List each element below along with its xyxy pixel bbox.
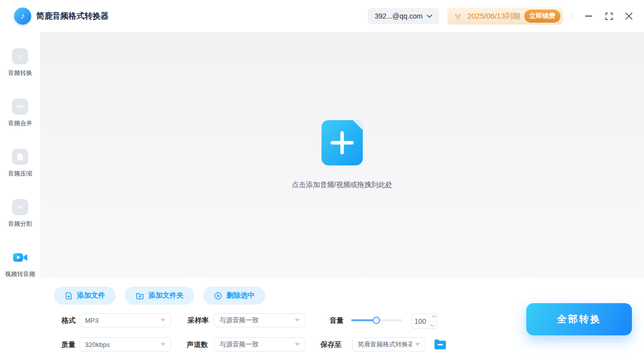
format-select[interactable]: MP3 [79, 313, 171, 327]
sidebar-item-audio-convert[interactable]: ♪ 音频转换 [0, 48, 40, 77]
sample-rate-label: 采样率 [188, 313, 209, 327]
app-title: 简鹿音频格式转换器 [36, 11, 109, 22]
quality-select[interactable]: 320kbps [79, 337, 171, 351]
maximize-button[interactable] [599, 6, 619, 26]
scissors-icon: ✂ [12, 199, 28, 215]
dropdown-arrow-icon [160, 319, 166, 322]
toolbar: 添加文件 添加文件夹 删除选中 [54, 287, 265, 305]
vip-heart-icon: ♥ V [452, 11, 463, 22]
renew-button[interactable]: 立即续费 [524, 10, 560, 23]
format-label: 格式 [61, 313, 75, 327]
title-bar: ♪ 简鹿音频格式转换器 392...@qq.com ♥ V 2025/06/13… [0, 0, 644, 32]
merge-icon [12, 99, 28, 115]
dropdown-arrow-icon [160, 343, 166, 346]
chevron-down-icon [427, 15, 432, 18]
dropdown-arrow-icon [415, 343, 420, 346]
video-camera-icon [12, 249, 28, 265]
close-button[interactable] [619, 6, 639, 26]
vip-status: ♥ V 2025/06/13到期 立即续费 [447, 8, 563, 25]
channels-label: 声道数 [187, 337, 208, 351]
vip-expiry-date: 2025/06/13到期 [467, 12, 520, 21]
add-file-button[interactable]: 添加文件 [54, 287, 116, 305]
delete-selected-button[interactable]: 删除选中 [203, 287, 265, 305]
dropdown-arrow-icon [295, 319, 300, 322]
volume-slider-thumb[interactable] [372, 317, 380, 324]
quality-label: 质量 [61, 337, 75, 351]
add-folder-button[interactable]: 添加文件夹 [125, 287, 194, 305]
account-dropdown[interactable]: 392...@qq.com [368, 8, 439, 24]
sidebar-item-video-to-audio[interactable]: 视频转音频 [0, 249, 40, 279]
file-drop-zone[interactable]: 点击添加音频/视频或拖拽到此处 [40, 32, 644, 278]
circle-x-icon [214, 292, 222, 300]
volume-label: 音量 [330, 313, 344, 327]
volume-slider[interactable] [351, 319, 403, 321]
convert-all-button[interactable]: 全部转换 [526, 303, 632, 335]
minimize-button[interactable] [579, 6, 599, 26]
folder-plus-icon [135, 292, 144, 300]
volume-step-down-button[interactable] [429, 321, 437, 328]
open-folder-button[interactable] [434, 338, 447, 350]
account-email: 392...@qq.com [375, 12, 423, 20]
volume-step-up-button[interactable] [429, 314, 437, 321]
volume-input[interactable]: 100 [412, 313, 438, 329]
app-logo-icon: ♪ [14, 8, 31, 25]
sidebar-item-audio-merge[interactable]: 音频合并 [0, 99, 40, 128]
save-to-select[interactable]: 简鹿音频格式转换器 [352, 337, 426, 351]
compress-file-icon [12, 149, 28, 165]
save-to-label: 保存至 [320, 337, 342, 351]
music-note-icon: ♪ [12, 48, 28, 64]
sidebar: ♪ 音频转换 音频合并 音频压缩 ✂ 音频分割 [0, 32, 40, 362]
channels-select[interactable]: 与源音频一致 [214, 337, 305, 351]
titlebar-divider [572, 11, 573, 21]
folder-icon [434, 338, 447, 350]
sidebar-item-audio-compress[interactable]: 音频压缩 [0, 149, 40, 178]
drop-zone-hint: 点击添加音频/视频或拖拽到此处 [292, 180, 392, 190]
file-plus-icon [64, 292, 73, 300]
sidebar-item-audio-split[interactable]: ✂ 音频分割 [0, 199, 40, 228]
sample-rate-select[interactable]: 与源音频一致 [214, 313, 305, 327]
add-file-plus-icon[interactable] [321, 120, 363, 165]
dropdown-arrow-icon [295, 343, 300, 346]
